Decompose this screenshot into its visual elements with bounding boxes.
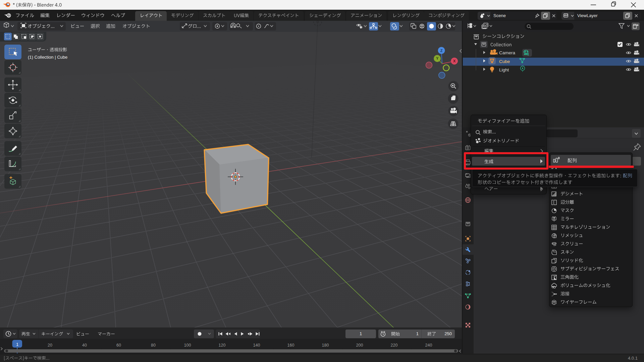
svg-text:80: 80 <box>151 343 156 348</box>
svg-text:220: 220 <box>391 343 398 348</box>
svg-text:120: 120 <box>219 343 226 348</box>
svg-text:Z: Z <box>440 49 443 53</box>
svg-text:Y: Y <box>436 56 439 60</box>
svg-text:180: 180 <box>322 343 329 348</box>
svg-text:140: 140 <box>253 343 260 348</box>
svg-text:60: 60 <box>116 343 121 348</box>
svg-text:X: X <box>453 59 456 63</box>
svg-text:20: 20 <box>48 343 52 348</box>
svg-text:40: 40 <box>82 343 87 348</box>
svg-text:200: 200 <box>356 343 363 348</box>
svg-text:100: 100 <box>184 343 191 348</box>
svg-text:1: 1 <box>16 342 18 347</box>
svg-text:160: 160 <box>287 343 294 348</box>
svg-text:240: 240 <box>425 343 432 348</box>
